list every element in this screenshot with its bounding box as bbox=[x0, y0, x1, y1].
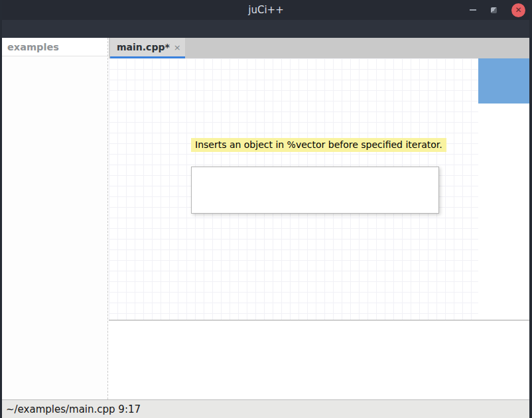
titlebar[interactable]: juCi++ ✕ bbox=[0, 0, 532, 20]
window-controls: ✕ bbox=[470, 0, 525, 20]
main-column: main.cpp* × Inserts an object in %vector… bbox=[109, 38, 529, 399]
minimize-icon[interactable] bbox=[470, 9, 476, 11]
close-icon[interactable]: ✕ bbox=[511, 3, 525, 17]
maximize-icon[interactable] bbox=[491, 7, 497, 13]
tab-main-cpp[interactable]: main.cpp* × bbox=[110, 38, 185, 58]
juci-window: juCi++ ✕ examples main.cpp* × Inserts an… bbox=[0, 0, 532, 418]
autocomplete-popup bbox=[191, 167, 439, 214]
statusbar: ~/examples/main.cpp 9:17 bbox=[0, 399, 532, 418]
menubar bbox=[0, 20, 532, 38]
statusbar-file-position: ~/examples/main.cpp 9:17 bbox=[6, 403, 141, 415]
tab-close-icon[interactable]: × bbox=[170, 42, 181, 52]
build-output-terminal[interactable] bbox=[109, 320, 529, 399]
code-editor[interactable]: Inserts an object in %vector before spec… bbox=[109, 58, 529, 320]
file-tree-sidebar: examples bbox=[2, 38, 108, 399]
project-name-header: examples bbox=[2, 38, 107, 56]
tabbar: main.cpp* × bbox=[109, 38, 529, 58]
doc-tooltip: Inserts an object in %vector before spec… bbox=[191, 138, 446, 152]
window-title: juCi++ bbox=[248, 4, 283, 16]
tab-label: main.cpp* bbox=[117, 42, 170, 52]
minimap-scrollbar[interactable] bbox=[478, 58, 529, 104]
